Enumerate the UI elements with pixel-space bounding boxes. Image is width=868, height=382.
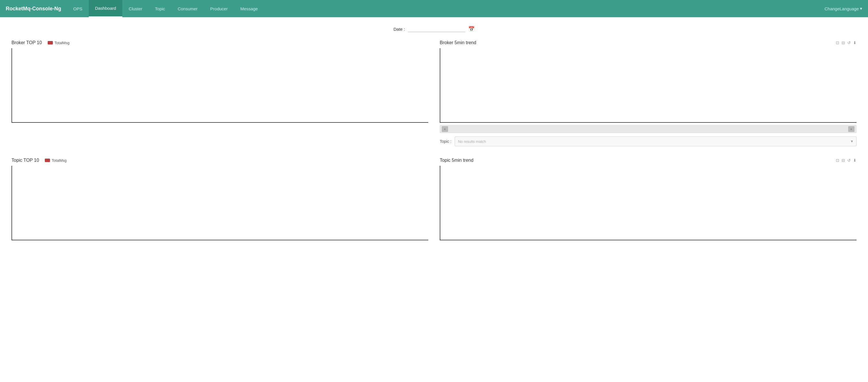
broker-top10-panel: Broker TOP 10 TotalMsg [11,40,428,146]
broker-5min-shrink-icon[interactable]: ⊟ [842,40,845,45]
navbar: RocketMq-Console-Ng OPS Dashboard Cluste… [0,0,868,17]
topic-top10-chart [11,166,428,240]
topic-top10-legend-label: TotalMsg [52,158,67,163]
nav-item-producer[interactable]: Producer [204,0,234,17]
broker-5min-slider-right[interactable]: ≡ [848,126,855,132]
date-row: Date : 📅 [11,26,857,32]
nav-item-ops[interactable]: OPS [67,0,89,17]
broker-top10-legend-color [48,41,53,44]
main-content: Date : 📅 Broker TOP 10 TotalMsg Broker 5… [0,17,868,382]
broker-top10-header: Broker TOP 10 TotalMsg [11,40,428,45]
broker-5min-slider[interactable]: ≡ ≡ [440,125,857,133]
topic-5min-download-icon[interactable]: ⬇ [853,158,857,163]
topic-5min-shrink-icon[interactable]: ⊟ [842,158,845,163]
nav-item-message[interactable]: Message [234,0,264,17]
broker-5min-slider-left[interactable]: ≡ [442,126,448,132]
topic-top10-panel: Topic TOP 10 TotalMsg [11,158,428,240]
broker-5min-refresh-icon[interactable]: ↺ [847,40,851,45]
topic-select-wrapper: No results match ▼ [455,137,857,146]
broker-5min-actions: ⊡ ⊟ ↺ ⬇ [836,40,857,45]
broker-5min-panel: Broker 5min trend ⊡ ⊟ ↺ ⬇ ≡ ≡ Topic : [440,40,857,146]
topic-5min-actions: ⊡ ⊟ ↺ ⬇ [836,158,857,163]
broker-top10-legend-label: TotalMsg [55,41,69,45]
topic-5min-header: Topic 5min trend ⊡ ⊟ ↺ ⬇ [440,158,857,163]
chevron-down-icon: ▾ [860,6,862,11]
bottom-row: Topic TOP 10 TotalMsg Topic 5min trend ⊡… [11,158,857,240]
broker-5min-chart [440,48,857,123]
topic-5min-expand-icon[interactable]: ⊡ [836,158,839,163]
top-row: Broker TOP 10 TotalMsg Broker 5min trend… [11,40,857,146]
nav-item-consumer[interactable]: Consumer [172,0,204,17]
topic-top10-legend-color [45,159,50,162]
topic-5min-panel: Topic 5min trend ⊡ ⊟ ↺ ⬇ [440,158,857,240]
nav-item-cluster[interactable]: Cluster [122,0,149,17]
broker-top10-legend: TotalMsg [48,41,69,45]
broker-top10-title: Broker TOP 10 [11,40,42,45]
date-label: Date : [394,27,405,32]
change-language-button[interactable]: ChangeLanguage ▾ [825,6,862,11]
broker-5min-title: Broker 5min trend [440,40,476,45]
nav-item-dashboard[interactable]: Dashboard [89,0,122,17]
calendar-icon[interactable]: 📅 [468,26,474,32]
nav-item-topic[interactable]: Topic [149,0,172,17]
topic-label: Topic : [440,139,451,144]
topic-5min-refresh-icon[interactable]: ↺ [847,158,851,163]
topic-top10-legend: TotalMsg [45,158,67,163]
navbar-brand: RocketMq-Console-Ng [6,6,61,12]
date-input[interactable] [408,26,465,32]
broker-5min-expand-icon[interactable]: ⊡ [836,40,839,45]
broker-5min-header: Broker 5min trend ⊡ ⊟ ↺ ⬇ [440,40,857,45]
broker-top10-chart [11,48,428,123]
broker-5min-topic-row: Topic : No results match ▼ [440,137,857,146]
topic-5min-chart [440,166,857,240]
broker-5min-download-icon[interactable]: ⬇ [853,40,857,45]
topic-top10-title: Topic TOP 10 [11,158,39,163]
topic-select[interactable]: No results match [455,137,857,146]
topic-5min-title: Topic 5min trend [440,158,473,163]
topic-top10-header: Topic TOP 10 TotalMsg [11,158,428,163]
